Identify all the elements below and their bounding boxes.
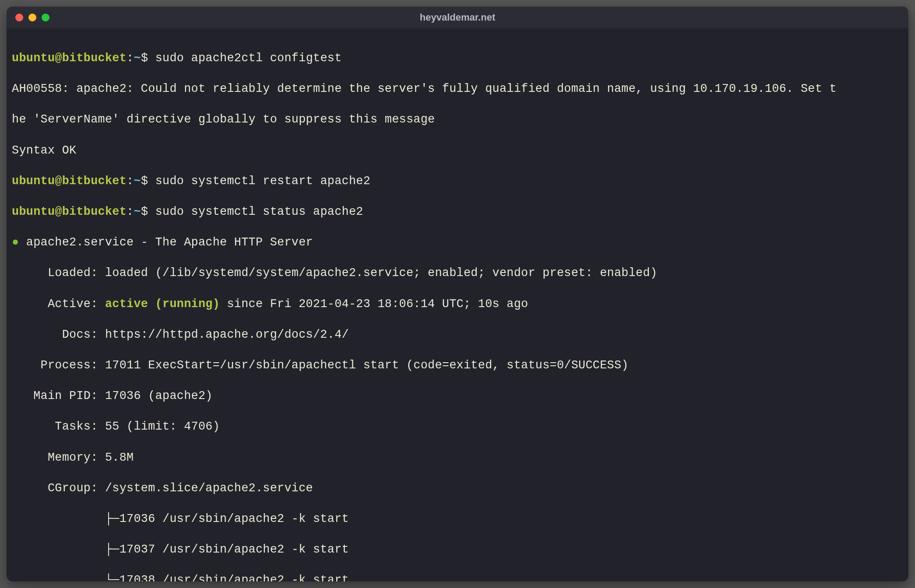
userhost: ubuntu@bitbucket — [12, 52, 127, 65]
output-line: Loaded: loaded (/lib/systemd/system/apac… — [12, 266, 903, 281]
output-line: he 'ServerName' directive globally to su… — [12, 112, 903, 127]
output-line: └─17038 /usr/sbin/apache2 -k start — [12, 573, 903, 581]
output-line: Memory: 5.8M — [12, 450, 903, 466]
titlebar: heyvaldemar.net — [7, 7, 908, 28]
output-line: ├─17037 /usr/sbin/apache2 -k start — [12, 542, 903, 557]
command: sudo apache2ctl configtest — [155, 52, 342, 65]
output-line: Syntax OK — [12, 143, 903, 158]
command: sudo systemctl status apache2 — [155, 205, 363, 218]
output-line: Tasks: 55 (limit: 4706) — [12, 419, 903, 434]
prompt-line: ubuntu@bitbucket:~$ sudo apache2ctl conf… — [12, 51, 903, 66]
command: sudo systemctl restart apache2 — [155, 175, 370, 188]
prompt-line: ubuntu@bitbucket:~$ sudo systemctl statu… — [12, 204, 903, 220]
terminal-body[interactable]: ubuntu@bitbucket:~$ sudo apache2ctl conf… — [7, 28, 908, 581]
active-status: active (running) — [105, 298, 220, 311]
output-line: CGroup: /system.slice/apache2.service — [12, 481, 903, 496]
output-line: Docs: https://httpd.apache.org/docs/2.4/ — [12, 327, 903, 343]
terminal-window: heyvaldemar.net ubuntu@bitbucket:~$ sudo… — [7, 7, 908, 581]
prompt-line: ubuntu@bitbucket:~$ sudo systemctl resta… — [12, 174, 903, 189]
output-line: AH00558: apache2: Could not reliably det… — [12, 81, 903, 97]
status-dot-icon: ● — [12, 236, 19, 249]
status-header: ● apache2.service - The Apache HTTP Serv… — [12, 235, 903, 250]
output-line: Main PID: 17036 (apache2) — [12, 388, 903, 404]
output-line: ├─17036 /usr/sbin/apache2 -k start — [12, 511, 903, 527]
output-line: Active: active (running) since Fri 2021-… — [12, 297, 903, 312]
window-title: heyvaldemar.net — [7, 12, 908, 23]
output-line: Process: 17011 ExecStart=/usr/sbin/apach… — [12, 358, 903, 373]
